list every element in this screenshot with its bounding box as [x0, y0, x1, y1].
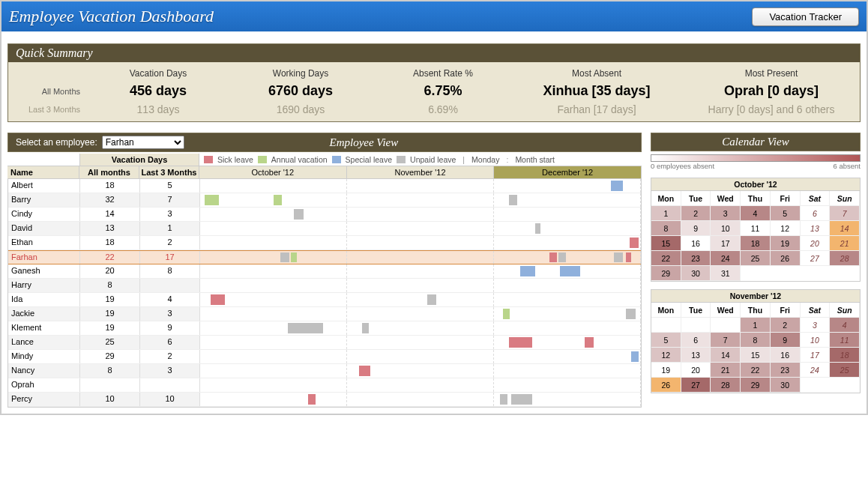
- calendar-day[interactable]: 24: [711, 251, 741, 266]
- employee-row[interactable]: Ganesh208: [8, 264, 641, 279]
- calendar-day[interactable]: 2: [681, 206, 711, 221]
- calendar-day[interactable]: 28: [711, 378, 741, 393]
- calendar-day[interactable]: 14: [711, 348, 741, 363]
- calendar-day[interactable]: 30: [681, 266, 711, 281]
- calendar-day[interactable]: 29: [651, 266, 681, 281]
- calendar-day[interactable]: 13: [681, 348, 711, 363]
- calendar-day[interactable]: 23: [681, 251, 711, 266]
- calendar-day[interactable]: 5: [771, 206, 801, 221]
- calendar-day[interactable]: 1: [741, 318, 771, 333]
- calendar-day[interactable]: 4: [741, 206, 771, 221]
- vacation-bar: [427, 294, 436, 305]
- calendar-day[interactable]: 26: [651, 378, 681, 393]
- summary-value: Farhan [17 days]: [510, 103, 683, 115]
- calendar-day[interactable]: 11: [830, 333, 860, 348]
- employee-last3: 3: [140, 307, 200, 321]
- calendar-day[interactable]: 31: [711, 266, 741, 281]
- calendar-day[interactable]: 6: [681, 333, 711, 348]
- summary-col-header: Most Absent: [510, 67, 683, 79]
- dow-header: Sun: [830, 191, 860, 206]
- calendar-day[interactable]: 18: [830, 348, 860, 363]
- calendar-day[interactable]: 17: [801, 348, 831, 363]
- calendar-day[interactable]: 14: [830, 221, 860, 236]
- calendar-day[interactable]: 10: [801, 333, 831, 348]
- employee-name: Ida: [8, 293, 80, 306]
- calendar-day[interactable]: 19: [771, 236, 801, 251]
- calendar-day[interactable]: 22: [651, 251, 681, 266]
- calendar-day[interactable]: 15: [741, 348, 771, 363]
- employee-row[interactable]: Ida194: [8, 293, 641, 307]
- dow-header: Sun: [830, 303, 860, 318]
- calendar-day[interactable]: 8: [741, 333, 771, 348]
- calendar-day[interactable]: 23: [771, 363, 801, 378]
- employee-all-months: 22: [80, 251, 140, 264]
- employee-last3: 9: [140, 321, 200, 335]
- vacation-bar: [500, 394, 507, 405]
- employee-row[interactable]: Ethan182: [8, 236, 641, 250]
- calendar-day[interactable]: 28: [830, 251, 860, 266]
- calendar-day[interactable]: 24: [801, 363, 831, 378]
- calendar-day[interactable]: 26: [771, 251, 801, 266]
- calendar-day[interactable]: 20: [801, 236, 831, 251]
- employee-row[interactable]: Jackie193: [8, 307, 641, 321]
- calendar-day[interactable]: 4: [830, 318, 860, 333]
- calendar-day[interactable]: 21: [711, 363, 741, 378]
- employee-row[interactable]: Percy1010: [8, 393, 641, 407]
- calendar-day[interactable]: 7: [830, 206, 860, 221]
- employee-view-header: Select an employee: Farhan Employee View: [7, 133, 642, 152]
- calendar-day[interactable]: 2: [771, 318, 801, 333]
- calendar-day[interactable]: 25: [830, 363, 860, 378]
- employee-row[interactable]: Albert185: [8, 179, 641, 193]
- employee-row[interactable]: Lance256: [8, 336, 641, 350]
- employee-view-title: Employee View: [184, 136, 543, 149]
- calendar-day[interactable]: 12: [771, 221, 801, 236]
- calendar-day[interactable]: 12: [651, 348, 681, 363]
- calendar-day[interactable]: 22: [741, 363, 771, 378]
- calendar-day[interactable]: 10: [711, 221, 741, 236]
- employee-row[interactable]: Farhan2217: [8, 250, 641, 264]
- calendar-day[interactable]: 20: [681, 363, 711, 378]
- calendar-day[interactable]: 29: [741, 378, 771, 393]
- employee-all-months: 20: [80, 264, 140, 278]
- employee-row[interactable]: Barry327: [8, 193, 641, 208]
- calendar-day[interactable]: 7: [711, 333, 741, 348]
- calendar-day[interactable]: 11: [741, 221, 771, 236]
- employee-row[interactable]: Cindy143: [8, 208, 641, 222]
- employee-row[interactable]: David131: [8, 222, 641, 236]
- dow-header: Mon: [651, 191, 681, 206]
- calendar-day[interactable]: 21: [830, 236, 860, 251]
- summary-value: Harry [0 days] and 6 others: [683, 103, 860, 115]
- dow-header: Thu: [741, 191, 771, 206]
- calendar-day[interactable]: 9: [771, 333, 801, 348]
- calendar-day[interactable]: 3: [801, 318, 831, 333]
- calendar-day[interactable]: 27: [681, 378, 711, 393]
- employee-row[interactable]: Mindy292: [8, 350, 641, 364]
- calendar-day[interactable]: 16: [771, 348, 801, 363]
- calendar-day[interactable]: 3: [711, 206, 741, 221]
- employee-row[interactable]: Oprah: [8, 378, 641, 393]
- employee-all-months: 29: [80, 350, 140, 363]
- month-header: October '12: [199, 166, 347, 178]
- vacation-tracker-button[interactable]: Vacation Tracker: [752, 7, 859, 26]
- calendar-day[interactable]: 1: [651, 206, 681, 221]
- employee-row[interactable]: Klement199: [8, 321, 641, 336]
- calendar-day[interactable]: 25: [741, 251, 771, 266]
- employee-last3: 10: [140, 393, 200, 406]
- employee-select[interactable]: Farhan: [102, 136, 184, 149]
- calendar-day[interactable]: 8: [651, 221, 681, 236]
- employee-name: Nancy: [8, 364, 80, 378]
- employee-last3: 6: [140, 336, 200, 349]
- calendar-day[interactable]: 9: [681, 221, 711, 236]
- calendar-day[interactable]: 18: [741, 236, 771, 251]
- calendar-day[interactable]: 27: [801, 251, 831, 266]
- calendar-day[interactable]: 30: [771, 378, 801, 393]
- employee-row[interactable]: Nancy83: [8, 364, 641, 378]
- calendar-day[interactable]: 19: [651, 363, 681, 378]
- calendar-day[interactable]: 13: [801, 221, 831, 236]
- calendar-day[interactable]: 17: [711, 236, 741, 251]
- calendar-day[interactable]: 15: [651, 236, 681, 251]
- calendar-day[interactable]: 16: [681, 236, 711, 251]
- employee-row[interactable]: Harry8: [8, 279, 641, 293]
- calendar-day[interactable]: 5: [651, 333, 681, 348]
- calendar-day[interactable]: 6: [801, 206, 831, 221]
